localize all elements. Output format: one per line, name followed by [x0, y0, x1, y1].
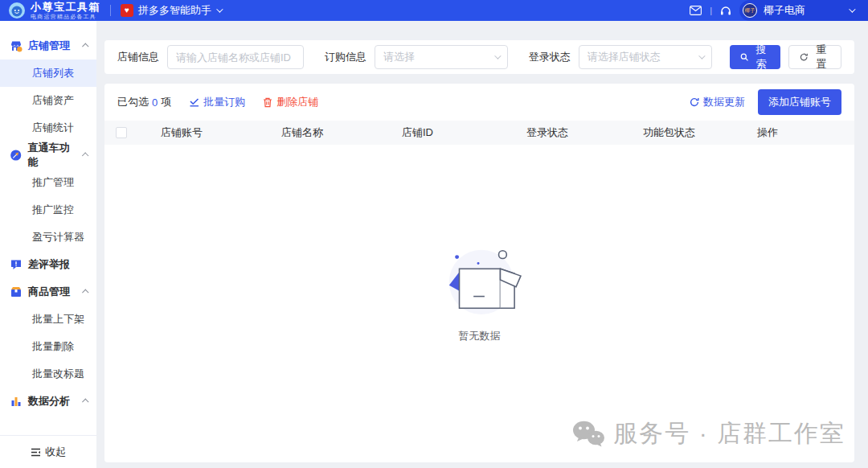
column-actions: 操作 [757, 125, 854, 140]
topbar-divider [110, 5, 111, 16]
topbar-icon-divider: | [710, 6, 712, 15]
sidebar-item-promo-management[interactable]: 推广管理 [0, 169, 96, 196]
order-info-select-value: 请选择 [383, 50, 415, 64]
reset-button[interactable]: 重置 [788, 45, 841, 69]
sidebar-group-shop-management[interactable]: 店铺管理 [0, 32, 96, 60]
mail-icon[interactable] [690, 6, 702, 15]
batch-order-label: 批量订购 [203, 95, 245, 109]
table-header: 店铺账号 店铺名称 店铺ID 登录状态 功能包状态 操作 [104, 121, 854, 145]
selected-prefix: 已勾选 [117, 95, 149, 109]
app-title: 小尊宝工具箱 [31, 2, 100, 12]
app-switcher-label: 拼多多智能助手 [138, 3, 211, 18]
refresh-icon [690, 97, 699, 107]
delete-shop-label: 删除店铺 [276, 95, 318, 109]
table-toolbar: 已勾选 0 项 批量订购 删除店铺 [104, 84, 854, 121]
empty-box-illustration [432, 240, 527, 319]
chevron-down-icon [698, 52, 705, 59]
chevron-up-icon [82, 153, 88, 159]
reset-button-label: 重置 [813, 43, 830, 72]
collapse-icon [31, 448, 41, 457]
sidebar-item-shop-list[interactable]: 店铺列表 [0, 60, 96, 87]
sidebar-group-label: 直通车功能 [27, 141, 78, 170]
sidebar-collapse-button[interactable]: 收起 [0, 435, 96, 468]
batch-order-button[interactable]: 批量订购 [189, 95, 245, 109]
goods-icon [10, 285, 23, 298]
sidebar-group-label: 数据分析 [28, 394, 70, 408]
column-shop-name: 店铺名称 [281, 125, 402, 140]
report-icon [10, 258, 23, 271]
column-login-status: 登录状态 [526, 125, 643, 140]
sidebar-item-label: 推广监控 [32, 203, 74, 217]
column-shop-id: 店铺ID [402, 125, 526, 140]
filter-bar: 店铺信息 订购信息 请选择 登录状态 请选择店铺状态 搜索 [104, 40, 854, 74]
app-subtitle: 电商运营精品必备工具 [31, 14, 100, 19]
refresh-icon [800, 52, 808, 62]
empty-state: 暂无数据 [104, 145, 854, 462]
sidebar-item-label: 批量改标题 [32, 367, 84, 381]
account-name: 椰子电商 [764, 3, 805, 18]
order-info-select[interactable]: 请选择 [375, 45, 508, 69]
sidebar-item-promo-monitor[interactable]: 推广监控 [0, 196, 96, 224]
login-status-select-value: 请选择店铺状态 [588, 50, 661, 64]
delete-shop-button[interactable]: 删除店铺 [263, 95, 318, 109]
app-logo-icon [8, 2, 26, 19]
topbar: 小尊宝工具箱 电商运营精品必备工具 ♥ 拼多多智能助手 | 椰子 椰子电商 [0, 0, 868, 21]
chevron-up-icon [82, 398, 88, 404]
shop-icon [10, 39, 23, 52]
chevron-down-icon [216, 6, 223, 12]
selected-suffix: 项 [161, 95, 171, 109]
sidebar-group-label: 商品管理 [28, 285, 70, 299]
order-info-label: 订购信息 [325, 50, 366, 64]
sidebar-item-profit-calculator[interactable]: 盈亏计算器 [0, 224, 96, 251]
pinduoduo-icon: ♥ [121, 4, 133, 17]
sidebar-item-label: 批量上下架 [32, 312, 84, 326]
chevron-down-icon [494, 52, 501, 59]
login-status-select[interactable]: 请选择店铺状态 [579, 45, 712, 69]
shop-info-input[interactable] [167, 45, 304, 69]
sidebar: 店铺管理 店铺列表 店铺资产 店铺统计 直通车功能 推广管理 推广监控 盈亏计算… [0, 21, 96, 468]
sidebar-item-batch-on-off-shelf[interactable]: 批量上下架 [0, 306, 96, 333]
empty-state-text: 暂无数据 [459, 329, 501, 343]
sidebar-group-data-analysis[interactable]: 数据分析 [0, 388, 96, 415]
sidebar-item-label: 店铺统计 [32, 121, 74, 135]
account-menu[interactable]: 椰子 椰子电商 [739, 0, 868, 21]
sidebar-group-label: 差评举报 [28, 257, 70, 272]
select-all-checkbox[interactable] [116, 127, 127, 138]
trash-icon [263, 97, 272, 108]
add-shop-account-label: 添加店铺账号 [768, 95, 831, 109]
sidebar-item-shop-stats[interactable]: 店铺统计 [0, 114, 96, 142]
chevron-up-icon [82, 289, 88, 295]
chevron-down-icon [849, 6, 855, 12]
app-switcher[interactable]: ♥ 拼多多智能助手 [121, 3, 221, 18]
data-refresh-label: 数据更新 [703, 95, 745, 109]
avatar: 椰子 [743, 3, 757, 18]
search-button[interactable]: 搜索 [730, 45, 781, 69]
shop-table-card: 已勾选 0 项 批量订购 删除店铺 [104, 84, 854, 462]
search-icon [740, 52, 748, 62]
sidebar-item-label: 店铺列表 [32, 66, 74, 80]
shop-info-label: 店铺信息 [117, 50, 159, 64]
column-shop-account: 店铺账号 [161, 125, 281, 140]
rocket-icon [10, 149, 22, 162]
sidebar-item-label: 批量删除 [32, 339, 74, 354]
headset-icon[interactable] [720, 6, 731, 16]
sidebar-group-goods-management[interactable]: 商品管理 [0, 278, 96, 306]
check-icon [189, 97, 199, 107]
collapse-label: 收起 [45, 445, 66, 459]
sidebar-item-batch-rename-title[interactable]: 批量改标题 [0, 360, 96, 388]
sidebar-item-batch-delete[interactable]: 批量删除 [0, 333, 96, 360]
sidebar-item-label: 盈亏计算器 [32, 230, 84, 244]
sidebar-group-through-train[interactable]: 直通车功能 [0, 142, 96, 169]
chevron-up-icon [82, 43, 88, 49]
sidebar-group-bad-review-report[interactable]: 差评举报 [0, 251, 96, 278]
sidebar-item-shop-assets[interactable]: 店铺资产 [0, 87, 96, 114]
app-logo: 小尊宝工具箱 电商运营精品必备工具 [8, 2, 100, 19]
sidebar-item-label: 推广管理 [32, 175, 74, 190]
main-content: 店铺信息 订购信息 请选择 登录状态 请选择店铺状态 搜索 [96, 21, 868, 468]
add-shop-account-button[interactable]: 添加店铺账号 [758, 89, 841, 115]
sidebar-spacer [0, 415, 96, 435]
login-status-label: 登录状态 [529, 50, 571, 64]
column-feature-pack-status: 功能包状态 [643, 125, 757, 140]
data-refresh-button[interactable]: 数据更新 [690, 95, 745, 109]
sidebar-item-label: 店铺资产 [32, 93, 74, 108]
